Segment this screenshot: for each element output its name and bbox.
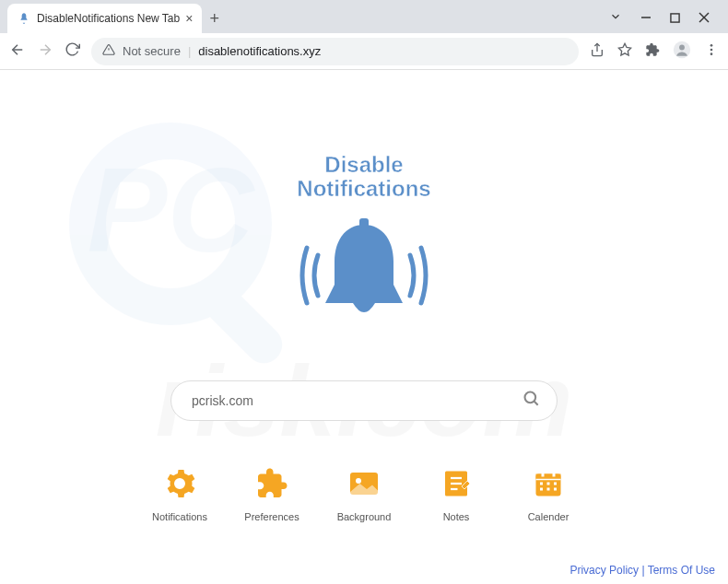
new-tab-button[interactable]: + [209, 9, 219, 29]
privacy-link[interactable]: Privacy Policy [569, 564, 639, 577]
url-text: disablenotifications.xyz [198, 44, 321, 58]
toolbar: Not secure | disablenotifications.xyz [0, 33, 728, 70]
close-window-icon[interactable] [699, 10, 710, 27]
svg-point-12 [710, 44, 713, 47]
minimize-icon[interactable] [640, 10, 652, 27]
title-line-2: Notifications [0, 177, 728, 201]
security-label: Not secure [123, 44, 181, 58]
forward-button[interactable] [37, 41, 53, 62]
menu-icon[interactable] [704, 42, 719, 61]
svg-rect-36 [540, 487, 543, 490]
svg-point-14 [710, 53, 713, 55]
shortcut-preferences[interactable]: Preferences [239, 467, 305, 522]
maximize-icon[interactable] [670, 10, 680, 27]
shortcut-notifications[interactable]: Notifications [147, 467, 213, 522]
svg-line-21 [534, 401, 538, 404]
svg-point-23 [356, 478, 361, 484]
svg-rect-33 [540, 482, 543, 485]
svg-marker-9 [618, 43, 630, 55]
title-line-1: Disable [0, 153, 728, 177]
image-icon [347, 467, 381, 504]
svg-point-11 [679, 44, 685, 50]
close-tab-icon[interactable]: × [185, 11, 193, 26]
toolbar-icons [590, 41, 719, 63]
footer-separator: | [639, 564, 648, 577]
warning-icon [102, 43, 115, 59]
svg-rect-34 [547, 482, 550, 485]
svg-rect-38 [554, 487, 557, 490]
notepad-icon [440, 467, 473, 504]
browser-chrome: DisableNotifications New Tab × + Not sec… [0, 0, 728, 70]
hero: Disable Notifications [0, 70, 728, 344]
search-container [170, 380, 558, 421]
shortcut-notes[interactable]: Notes [423, 467, 489, 522]
bell-logo [0, 211, 728, 344]
reload-button[interactable] [65, 41, 80, 61]
terms-link[interactable]: Terms Of Use [648, 564, 715, 577]
profile-icon[interactable] [673, 41, 691, 63]
caret-down-icon[interactable] [609, 10, 622, 27]
share-icon[interactable] [590, 42, 605, 61]
address-bar[interactable]: Not secure | disablenotifications.xyz [91, 38, 579, 65]
browser-tab[interactable]: DisableNotifications New Tab × [7, 4, 202, 33]
bookmark-icon[interactable] [617, 42, 632, 61]
gear-icon [163, 467, 196, 504]
shortcut-label: Preferences [244, 511, 299, 522]
search-input[interactable] [170, 380, 558, 421]
back-button[interactable] [9, 41, 26, 62]
page-content: risk.com PC Disable Notifications [0, 70, 728, 584]
search-icon[interactable] [523, 390, 541, 412]
bell-favicon [17, 11, 31, 26]
shortcut-background[interactable]: Background [331, 467, 397, 522]
page-title: Disable Notifications [0, 153, 728, 202]
svg-point-20 [525, 391, 536, 403]
shortcuts: Notifications Preferences Background Not… [0, 467, 728, 522]
svg-rect-29 [536, 473, 561, 479]
svg-rect-19 [359, 218, 369, 228]
puzzle-icon [255, 467, 288, 504]
svg-rect-35 [554, 482, 557, 485]
shortcut-label: Background [337, 511, 392, 522]
svg-rect-37 [547, 487, 550, 490]
footer: Privacy Policy | Terms Of Use [569, 564, 715, 577]
window-controls [609, 10, 721, 27]
svg-point-13 [710, 48, 713, 51]
svg-rect-1 [671, 14, 679, 22]
shortcut-calendar[interactable]: Calender [515, 467, 581, 522]
shortcut-label: Calender [528, 511, 569, 522]
extensions-icon[interactable] [645, 42, 660, 61]
tab-title: DisableNotifications New Tab [37, 12, 180, 25]
shortcut-label: Notifications [152, 511, 207, 522]
tab-bar: DisableNotifications New Tab × + [0, 0, 728, 33]
shortcut-label: Notes [443, 511, 470, 522]
calendar-icon [532, 467, 565, 504]
